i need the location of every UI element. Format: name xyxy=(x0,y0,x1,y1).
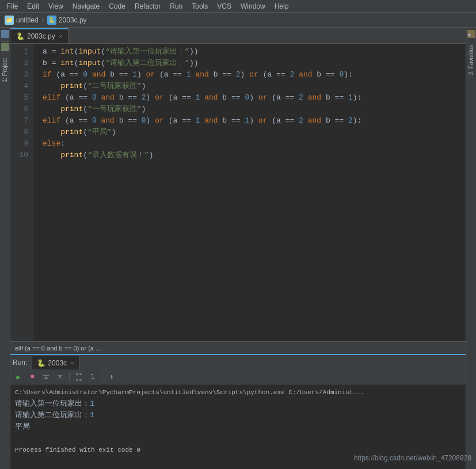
output-prompt2: 请输入第二位玩家出：1 xyxy=(15,410,461,421)
left-sidebar: 1: Project xyxy=(0,28,10,469)
watermark: https://blog.csdn.net/weixin_47208928 xyxy=(354,454,471,462)
run-scroll-down-button[interactable] xyxy=(54,371,66,383)
main-area: 1: Project 🐍 2003c.py × 1 2 3 4 xyxy=(0,28,476,469)
code-line-3: if (a == 0 and b == 1) or (a == 1 and b … xyxy=(43,69,466,81)
divider xyxy=(1,41,9,42)
code-line-2: b = int(input(“请输入第二位玩家出：”)) xyxy=(43,58,466,69)
tab-python-icon: 🐍 xyxy=(16,32,25,40)
run-toolbar: ▶ ■ xyxy=(10,370,466,384)
run-play-button[interactable]: ▶ xyxy=(13,371,24,383)
menu-edit[interactable]: Edit xyxy=(22,1,44,12)
sidebar-project-icon xyxy=(1,30,9,38)
breadcrumb-separator: › xyxy=(41,16,45,24)
code-line-6: print(“一号玩家获胜”) xyxy=(43,104,466,115)
toolbar-divider xyxy=(69,372,70,382)
run-tab-icon: 🐍 xyxy=(37,359,45,367)
menu-help[interactable]: Help xyxy=(270,1,294,12)
code-line-4: print(“二号玩家获胜”) xyxy=(43,81,466,92)
right-sidebar: ★ 2: Favorites xyxy=(466,28,476,469)
output-empty xyxy=(15,433,461,444)
run-scroll-up-button[interactable] xyxy=(40,371,52,383)
status-bar: elif (a == 0 and b == 0) or (a ... xyxy=(10,341,466,354)
menu-navigate[interactable]: Navigate xyxy=(68,1,104,12)
menu-window[interactable]: Window xyxy=(236,1,270,12)
breadcrumb-bar: 📁 untitled › 🐍 2003c.py xyxy=(0,13,476,28)
output-cmd-line: C:\Users\Administrator\PycharmProjects\u… xyxy=(15,387,461,398)
breadcrumb-filename[interactable]: 2003c.py xyxy=(59,16,87,24)
menu-view[interactable]: View xyxy=(44,1,68,12)
favorites-panel-label[interactable]: 2: Favorites xyxy=(468,45,474,75)
menu-vcs[interactable]: VCS xyxy=(212,1,236,12)
breadcrumb-folder[interactable]: untitled xyxy=(16,16,39,24)
code-line-5: elif (a == 0 and b == 2) or (a == 1 and … xyxy=(43,92,466,104)
code-line-10: print(“录入数据有误！”) xyxy=(43,150,466,161)
line-numbers: 1 2 3 4 5 6 7 8 9 10 xyxy=(10,44,33,341)
menu-file[interactable]: File xyxy=(2,1,22,12)
run-stop-button[interactable]: ■ xyxy=(26,371,38,383)
editor[interactable]: 1 2 3 4 5 6 7 8 9 10 a = int(input(“请输入第… xyxy=(10,44,466,341)
code-line-7: elif (a == 0 and b == 0) or (a == 1 and … xyxy=(43,115,466,127)
run-wrap-button[interactable]: ⤵ xyxy=(87,371,98,383)
output-result: 平局 xyxy=(15,421,461,433)
code-line-1: a = int(input(“请输入第一位玩家出：”)) xyxy=(43,46,466,58)
output-input2: 1 xyxy=(90,411,94,420)
sidebar-file-icon xyxy=(1,43,9,51)
sidebar-favorites-icon: ★ xyxy=(467,30,475,38)
menu-bar: File Edit View Navigate Code Refactor Ru… xyxy=(0,0,476,13)
run-tab-close[interactable]: × xyxy=(70,360,74,367)
run-tab-name: 2003c xyxy=(48,359,67,367)
tab-close-button[interactable]: × xyxy=(59,33,62,40)
project-panel-label[interactable]: 1: Project xyxy=(2,58,8,82)
tab-bar: 🐍 2003c.py × xyxy=(10,28,466,44)
breadcrumb-file: 🐍 2003c.py xyxy=(47,16,87,25)
menu-code[interactable]: Code xyxy=(104,1,130,12)
menu-tools[interactable]: Tools xyxy=(187,1,212,12)
menu-run[interactable]: Run xyxy=(165,1,187,12)
tab-filename: 2003c.py xyxy=(27,32,55,40)
run-settings-button[interactable] xyxy=(73,371,85,383)
code-editor[interactable]: a = int(input(“请输入第一位玩家出：”)) b = int(inp… xyxy=(33,44,466,341)
toolbar-divider2 xyxy=(102,372,102,382)
code-line-8: print(“平局”) xyxy=(43,127,466,138)
menu-refactor[interactable]: Refactor xyxy=(130,1,165,12)
output-prompt1-text: 请输入第一位玩家出： xyxy=(15,399,90,408)
status-text: elif (a == 0 and b == 0) or (a ... xyxy=(15,345,101,352)
run-panel: Run: 🐍 2003c × ▶ ■ xyxy=(10,354,466,469)
python-file-icon-breadcrumb: 🐍 xyxy=(47,16,56,25)
output-input1: 1 xyxy=(90,399,94,408)
run-more-button[interactable]: ⬇ xyxy=(106,371,117,383)
folder-icon: 📁 xyxy=(5,16,14,25)
run-tab[interactable]: 🐍 2003c × xyxy=(32,356,79,369)
run-label: Run: xyxy=(13,359,27,367)
output-prompt2-text: 请输入第二位玩家出： xyxy=(15,411,90,420)
editor-tab[interactable]: 🐍 2003c.py × xyxy=(10,28,68,43)
run-tab-bar: Run: 🐍 2003c × xyxy=(10,354,466,370)
output-prompt1: 请输入第一位玩家出：1 xyxy=(15,398,461,410)
code-line-9: else: xyxy=(43,138,466,150)
